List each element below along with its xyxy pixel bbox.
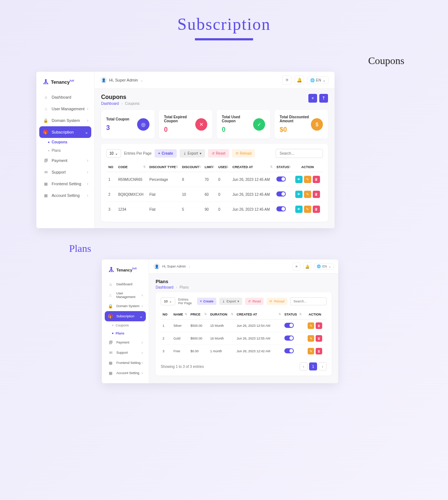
cell-status xyxy=(274,187,292,202)
status-toggle[interactable] xyxy=(284,336,294,341)
status-toggle[interactable] xyxy=(284,348,294,353)
entries-select[interactable]: 10 ⌄ xyxy=(106,149,121,158)
reset-button[interactable]: ↺Reset xyxy=(208,149,229,158)
sidebar-sub-coupons[interactable]: Coupons xyxy=(39,138,91,146)
sidebar-item-domain-system[interactable]: 🔒Domain System xyxy=(39,115,91,126)
col-name[interactable]: NAME xyxy=(172,310,189,320)
sidebar-item-user-management[interactable]: ⛬User Management xyxy=(105,289,146,301)
prev-page-button[interactable]: ‹ xyxy=(300,362,308,370)
status-toggle[interactable] xyxy=(276,191,286,197)
plus-icon: + xyxy=(200,299,202,303)
view-button[interactable]: 👁 xyxy=(295,176,303,183)
col-limit[interactable]: LIMIT xyxy=(203,162,216,172)
cell-actions: 👁✎🗑 xyxy=(292,172,323,187)
status-toggle[interactable] xyxy=(276,206,286,211)
reload-button[interactable]: ⟳Reload xyxy=(232,149,255,158)
sidebar-item-user-management[interactable]: ⛬User Management xyxy=(39,103,91,115)
delete-button[interactable]: 🗑 xyxy=(313,206,320,213)
reload-button[interactable]: ⟳Reload xyxy=(267,298,287,305)
user-menu[interactable]: 👤 Hi, Super Admin ⌄ xyxy=(153,263,191,270)
user-menu[interactable]: 👤 Hi, Super Admin ⌄ xyxy=(100,77,143,83)
theme-toggle-button[interactable]: ☀ xyxy=(292,262,300,270)
entries-label: Entries Per Page xyxy=(124,151,152,155)
notifications-button[interactable]: 🔔 xyxy=(295,75,304,85)
col-no[interactable]: NO xyxy=(161,310,172,320)
breadcrumb-separator: › xyxy=(176,285,177,289)
chevron-right-icon: › xyxy=(322,365,323,369)
export-button[interactable]: ⤓Export▾ xyxy=(180,149,205,158)
chevron-down-icon: ⌄ xyxy=(169,299,172,303)
col-price[interactable]: PRICE xyxy=(189,310,208,320)
col-duration[interactable]: DURATION xyxy=(208,310,235,320)
logo[interactable]: Tenancyfull xyxy=(105,265,146,279)
col-code[interactable]: CODE xyxy=(116,162,147,172)
edit-button[interactable]: ✎ xyxy=(308,348,314,354)
sidebar-item-payment[interactable]: 🗐Payment xyxy=(105,337,146,348)
search-input[interactable] xyxy=(276,149,323,158)
theme-toggle-button[interactable]: ☀ xyxy=(282,75,292,85)
notifications-button[interactable]: 🔔 xyxy=(303,262,311,270)
next-page-button[interactable]: › xyxy=(319,362,327,370)
upload-button[interactable]: ⤒ xyxy=(319,94,328,103)
page-1-button[interactable]: 1 xyxy=(309,362,317,370)
col-status[interactable]: STATUS xyxy=(274,162,292,172)
language-selector[interactable]: 🌐EN⌄ xyxy=(314,263,334,270)
edit-button[interactable]: ✎ xyxy=(308,335,314,342)
sidebar-item-dashboard[interactable]: ⌂Dashboard xyxy=(39,91,91,103)
col-discount[interactable]: DISCOUNT xyxy=(180,162,202,172)
edit-button[interactable]: ✎ xyxy=(304,206,311,213)
export-button[interactable]: ⤓Export▾ xyxy=(219,298,242,305)
create-button[interactable]: +Create xyxy=(197,298,216,305)
delete-button[interactable]: 🗑 xyxy=(316,335,322,342)
cell-no: 1 xyxy=(106,172,116,187)
col-status[interactable]: STATUS xyxy=(283,310,303,320)
create-button[interactable]: +Create xyxy=(155,149,177,158)
sidebar-sub-plans[interactable]: Plans xyxy=(39,146,91,155)
edit-button[interactable]: ✎ xyxy=(308,322,314,329)
sidebar-item-dashboard[interactable]: ⌂Dashboard xyxy=(105,279,146,289)
col-no[interactable]: NO xyxy=(106,162,116,172)
delete-button[interactable]: 🗑 xyxy=(316,348,322,354)
col-used[interactable]: USED xyxy=(216,162,230,172)
pencil-icon: ✎ xyxy=(306,207,309,211)
sidebar-sub-coupons[interactable]: Coupons xyxy=(105,321,146,329)
sidebar-item-account-setting[interactable]: ▦Account Setting xyxy=(105,368,146,378)
language-selector[interactable]: 🌐EN⌄ xyxy=(307,76,329,84)
sidebar-item-frontend-setting[interactable]: ▦Frontend Setting xyxy=(105,358,146,368)
reset-button[interactable]: ↺Reset xyxy=(245,298,264,305)
sidebar-sub-plans[interactable]: Plans xyxy=(105,329,146,337)
add-button[interactable]: + xyxy=(308,94,317,103)
col-created-at[interactable]: CREATED AT xyxy=(230,162,274,172)
breadcrumb-root[interactable]: Dashboard xyxy=(156,285,173,289)
status-toggle[interactable] xyxy=(276,176,286,182)
download-icon: ⤓ xyxy=(183,151,186,155)
view-button[interactable]: 👁 xyxy=(295,191,303,198)
pencil-icon: ✎ xyxy=(306,193,309,196)
view-button[interactable]: 👁 xyxy=(295,206,303,213)
sidebar-item-payment[interactable]: 🗐Payment xyxy=(39,155,91,166)
sidebar-item-frontend-setting[interactable]: ▦Frontend Setting xyxy=(39,178,91,190)
sidebar-item-account-setting[interactable]: ▦Account Setting xyxy=(39,190,91,201)
sidebar-item-domain-system[interactable]: 🔒Domain System xyxy=(105,301,146,311)
col-discount-type[interactable]: DISCOUNT TYPE xyxy=(147,162,180,172)
sidebar-item-subscription[interactable]: 🎁Subscription xyxy=(105,311,146,321)
sidebar-item-subscription[interactable]: 🎁Subscription xyxy=(39,126,91,138)
status-toggle[interactable] xyxy=(284,323,294,328)
delete-button[interactable]: 🗑 xyxy=(313,191,320,198)
breadcrumb-separator: › xyxy=(121,102,123,106)
table-toolbar: 10 ⌄ Entries Per Page +Create ⤓Export▾ ↺… xyxy=(106,149,323,158)
sidebar-item-support[interactable]: ✉Support xyxy=(39,166,91,178)
search-input[interactable] xyxy=(290,297,327,305)
col-created-at[interactable]: CREATED AT xyxy=(235,310,283,320)
cell-no: 2 xyxy=(161,332,172,345)
edit-button[interactable]: ✎ xyxy=(304,191,311,198)
edit-button[interactable]: ✎ xyxy=(304,176,311,183)
breadcrumb-current: Plans xyxy=(180,285,189,289)
dollar-icon: $ xyxy=(311,118,323,131)
sidebar-item-support[interactable]: ✉Support xyxy=(105,348,146,358)
delete-button[interactable]: 🗑 xyxy=(316,322,322,329)
entries-select[interactable]: 10 ⌄ xyxy=(161,297,175,305)
delete-button[interactable]: 🗑 xyxy=(313,176,320,183)
breadcrumb-root[interactable]: Dashboard xyxy=(101,102,119,106)
logo[interactable]: Tenancyfull xyxy=(39,77,91,91)
